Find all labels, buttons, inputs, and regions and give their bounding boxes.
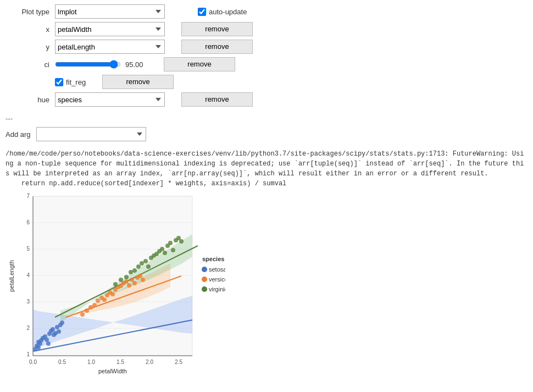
chart-container: 7 6 5 4 3 2 1 0.0 0.5 1.0 1.5 2.0 2.5 pe…	[0, 191, 533, 385]
warning-area: /home/me/code/perso/notebooks/data-scien…	[0, 147, 533, 191]
svg-point-75	[146, 264, 151, 269]
y-remove-button[interactable]: remove	[181, 40, 253, 54]
svg-point-63	[132, 281, 137, 285]
x-select[interactable]: petalWidth	[55, 22, 165, 36]
svg-point-47	[85, 308, 89, 313]
hue-remove-button[interactable]: remove	[181, 92, 253, 107]
svg-point-48	[88, 305, 93, 310]
svg-point-39	[51, 327, 55, 332]
svg-point-66	[141, 278, 145, 282]
svg-point-45	[60, 321, 64, 325]
svg-text:virginica: virginica	[209, 286, 225, 292]
chart-svg: 7 6 5 4 3 2 1 0.0 0.5 1.0 1.5 2.0 2.5 pe…	[5, 191, 225, 378]
svg-text:petalLength: petalLength	[8, 260, 15, 292]
svg-text:setosa: setosa	[209, 266, 225, 273]
hue-label: hue	[5, 96, 55, 104]
svg-point-46	[80, 312, 85, 317]
svg-text:species: species	[202, 256, 224, 262]
svg-text:2.0: 2.0	[146, 359, 153, 365]
svg-point-72	[136, 264, 141, 269]
svg-text:2.5: 2.5	[175, 359, 182, 365]
svg-text:6: 6	[26, 219, 30, 225]
svg-text:0.5: 0.5	[58, 359, 66, 365]
svg-point-67	[113, 282, 118, 286]
svg-text:3: 3	[26, 299, 30, 305]
svg-point-65	[138, 274, 142, 278]
svg-text:petalWidth: petalWidth	[98, 368, 127, 374]
svg-point-94	[202, 286, 207, 292]
svg-point-35	[45, 338, 49, 342]
ci-slider[interactable]	[55, 60, 121, 69]
svg-text:2: 2	[26, 325, 30, 331]
svg-text:0.0: 0.0	[29, 359, 37, 365]
svg-text:versicolor: versicolor	[209, 276, 225, 283]
y-label: y	[5, 43, 55, 51]
svg-point-68	[119, 278, 123, 282]
y-select[interactable]: petalLength	[55, 40, 165, 54]
svg-text:5: 5	[26, 246, 30, 252]
x-label: x	[5, 25, 55, 34]
plot-type-label: Plot type	[5, 8, 55, 16]
svg-point-80	[160, 247, 164, 251]
fit-reg-checkbox[interactable]	[55, 78, 63, 86]
svg-text:1.0: 1.0	[87, 359, 95, 365]
svg-point-61	[127, 283, 131, 288]
svg-point-70	[129, 270, 133, 274]
ci-remove-button[interactable]: remove	[164, 57, 235, 71]
svg-point-69	[124, 275, 129, 279]
svg-point-83	[168, 241, 173, 245]
svg-text:1.5: 1.5	[116, 359, 124, 365]
svg-point-87	[179, 239, 184, 244]
x-remove-button[interactable]: remove	[181, 22, 253, 36]
plot-type-select[interactable]: lmplot	[55, 4, 165, 19]
svg-point-43	[57, 329, 61, 334]
svg-text:7: 7	[26, 193, 30, 199]
svg-rect-88	[202, 262, 207, 267]
svg-point-74	[143, 259, 148, 263]
ci-value: 95.00	[125, 60, 147, 69]
svg-point-90	[202, 267, 207, 272]
svg-point-29	[36, 345, 41, 350]
svg-point-36	[46, 341, 51, 346]
svg-point-73	[140, 261, 144, 266]
svg-point-50	[96, 299, 100, 303]
svg-point-55	[110, 292, 115, 296]
fit-reg-remove-button[interactable]: remove	[102, 75, 174, 89]
svg-text:4: 4	[26, 272, 30, 278]
add-arg-select[interactable]	[36, 127, 146, 141]
hue-select[interactable]: species	[55, 92, 165, 107]
svg-point-71	[132, 268, 137, 273]
auto-update-label: auto-update	[209, 8, 247, 16]
svg-text:1: 1	[26, 351, 30, 357]
fit-reg-label: fit_reg	[66, 78, 86, 86]
svg-point-92	[202, 277, 207, 282]
ci-label: ci	[5, 60, 55, 69]
svg-point-81	[163, 251, 167, 255]
separator: ---	[0, 112, 533, 125]
svg-point-49	[92, 303, 97, 307]
auto-update-checkbox[interactable]	[198, 8, 206, 16]
add-arg-label: Add arg	[5, 130, 31, 139]
svg-point-60	[124, 279, 129, 284]
svg-point-52	[102, 297, 107, 302]
warning-text: /home/me/code/perso/notebooks/data-scien…	[5, 150, 524, 187]
svg-point-84	[171, 248, 175, 252]
